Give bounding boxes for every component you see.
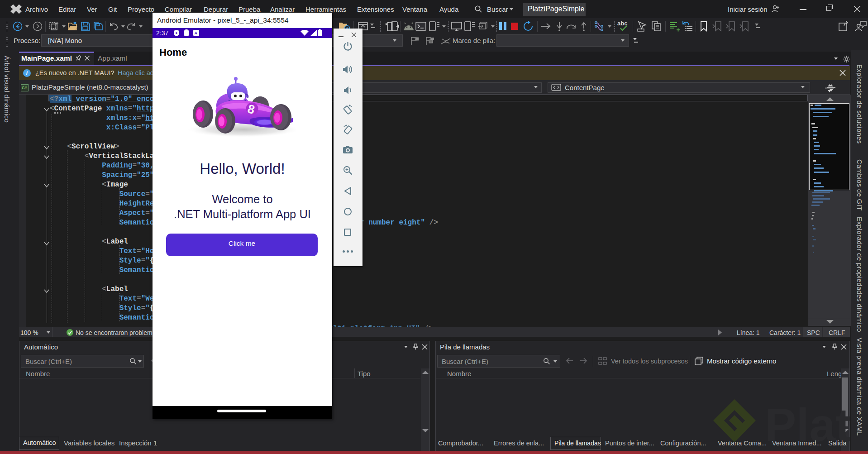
- svg-text:A: A: [195, 31, 198, 35]
